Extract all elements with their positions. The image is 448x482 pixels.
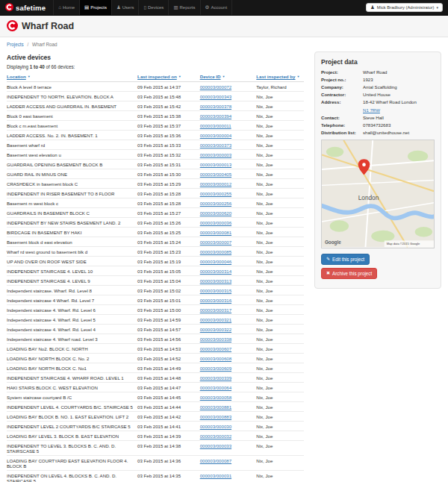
nav-item-users[interactable]: ♟Users [111,0,139,15]
device-id-link[interactable]: 000003/000608 [200,356,231,361]
device-id-cell: 000003/000343 [200,92,257,101]
device-id-cell: 000003/000032 [200,431,257,441]
column-sort-link[interactable]: Device ID [200,74,221,79]
device-id-link[interactable]: 000003/000339 [200,375,231,381]
device-id-link[interactable]: 000003/000046 [200,259,231,264]
device-id-cell: 000003/000085 [200,247,257,257]
device-row: INDEPENDENT ON LEVEL 4. BLOCKS B. C. AND… [7,471,304,482]
device-id-link[interactable]: 000003/000394 [200,113,231,119]
device-id-link[interactable]: 000003/000256 [200,201,231,206]
device-id-link[interactable]: 000003/000338 [200,337,231,342]
device-row: LADDER ACCESS. No. 2. IN. BASEMENT. 103 … [7,131,304,140]
device-last-inspected-by: Nix, Joe [256,422,304,431]
device-location: Basement block d east elevation [7,237,137,247]
edit-project-button[interactable]: ✎ Edit this project [321,254,370,265]
archive-project-button[interactable]: ✖ Archive this project [321,268,377,279]
field-label: Company: [321,84,363,90]
device-id-link[interactable]: 000003/000609 [200,366,231,371]
brand[interactable]: safetime [5,3,46,12]
device-last-inspected-on: 03 Feb 2015 at 15:26 [137,218,200,228]
nav-item-home[interactable]: ⌂Home [53,0,79,15]
device-row: CRASHDECK in basement block C03 Feb 2015… [7,179,304,189]
device-id-link[interactable]: 000003/000255 [200,191,231,196]
column-header: Last inspected on▼ [137,72,200,82]
device-id-link[interactable]: 000003/000316 [200,298,231,303]
device-row: Independent staircase 4. Wharf. Rd. Leve… [7,315,304,325]
device-id-link[interactable]: 000003/000058 [200,395,231,400]
nav-item-projects[interactable]: ▤Projects [79,0,111,15]
column-sort-link[interactable]: Last inspected on [137,74,177,79]
device-id-link[interactable]: 000003/000322 [200,327,231,332]
project-logo-icon [7,20,18,32]
device-id-cell: 000003/000007 [200,237,257,247]
device-location: INDEPENDENT TO LEVEL 3. BLOCKS B. C. AND… [7,441,137,456]
device-row: Independent staircase 4 Wharf. Rd. Level… [7,295,304,305]
device-id-link[interactable]: 000003/000030 [200,424,231,429]
device-last-inspected-on: 03 Feb 2015 at 14:57 [137,325,200,334]
project-field: Telephone:07834732683 [321,122,435,128]
device-id-link[interactable]: 000003/000085 [200,249,231,254]
device-row: Independent staircase 4. Wharf. Rd. Leve… [7,305,304,315]
project-field: Company:Antal Scaffolding [321,84,435,90]
device-id-link[interactable]: 000003/000012 [200,181,231,187]
device-id-link[interactable]: 000003/000881 [200,404,231,410]
device-location: INDEPENDENT STAIRCASE 4. LEVEL 10 [7,266,137,276]
device-id-link[interactable]: 000003/000011 [200,123,231,128]
device-id-link[interactable]: 000003/000032 [200,434,231,439]
main-content: Active devices Displaying 1 to 40 of 66 … [0,50,448,482]
device-id-link[interactable]: 000003/000081 [200,230,231,235]
user-menu-button[interactable]: ♟ Mick Bradbury (Administrator) ▾ [366,3,443,13]
device-id-link[interactable]: 000003/000405 [200,172,231,177]
device-location: LOADING BAY LEVEL 3. BLOCK B. EAST ELEVA… [7,431,137,441]
device-location: Independent staircase 4. Wharf. Rd. Leve… [7,315,137,325]
pencil-icon: ✎ [326,257,330,261]
device-id-link[interactable]: 000003/000087 [200,458,231,463]
device-last-inspected-on: 09 Feb 2015 at 14:37 [137,82,200,92]
column-sort-link[interactable]: Last inspected by [256,74,295,79]
device-id-link[interactable]: 000003/000064 [200,385,231,390]
device-last-inspected-on: 03 Feb 2015 at 14:41 [137,422,200,431]
device-last-inspected-by: Nix, Joe [256,189,304,198]
device-last-inspected-on: 03 Feb 2015 at 14:39 [137,431,200,441]
column-header: Location▼ [7,72,137,82]
breadcrumb-link-projects[interactable]: Projects [7,42,24,47]
field-value[interactable]: N1 7RW [363,107,435,113]
device-row: INDEPENDENT LEVEL 2 COURTYARDS B/C STAIR… [7,422,304,431]
device-id-link[interactable]: 000003/000031 [200,473,231,478]
device-row: LOADING BAY NORTH BLOCK C. No. 203 Feb 2… [7,354,304,363]
device-id-link[interactable]: 000003/000883 [200,414,231,419]
device-id-link[interactable]: 000003/000321 [200,317,231,322]
device-last-inspected-by: Nix, Joe [256,131,304,140]
device-id-link[interactable]: 000003/000373 [200,143,231,148]
device-location: Block c m.east basement [7,121,137,131]
column-sort-link[interactable]: Location [7,74,26,79]
breadcrumb-separator: / [28,42,29,47]
device-id-cell: 000003/000609 [200,363,257,373]
device-id-link[interactable]: 000003/000378 [200,104,231,109]
device-id-link[interactable]: 000003/000004 [200,133,231,138]
device-id-cell: 000003/000883 [200,412,257,422]
device-id-link[interactable]: 000003/000315 [200,288,231,293]
device-id-link[interactable]: 000003/000007 [200,240,231,245]
device-id-link[interactable]: 000003/000033 [200,443,231,448]
column-header: Last inspected by▼ [256,72,304,82]
device-id-link[interactable]: 000003/000013 [200,162,231,167]
device-row: Basement block d east elevation03 Feb 20… [7,237,304,247]
nav-item-devices[interactable]: ▯Devices [138,0,168,15]
device-id-link[interactable]: 000003/000072 [200,84,231,90]
device-id-link[interactable]: 000003/000620 [200,210,231,216]
device-id-link[interactable]: 000003/000036 [200,220,231,225]
device-id-link[interactable]: 000003/000314 [200,269,231,274]
device-last-inspected-on: 03 Feb 2015 at 15:28 [137,198,200,208]
device-last-inspected-on: 03 Feb 2015 at 15:27 [137,208,200,218]
nav-item-reports[interactable]: ▥Reports [168,0,199,15]
device-id-link[interactable]: 000003/000343 [200,94,231,99]
device-id-link[interactable]: 000003/000607 [200,346,231,351]
sort-arrow-icon: ▼ [223,75,225,78]
nav-item-account[interactable]: ⚙Account [200,0,233,15]
device-id-cell: 000003/000004 [200,131,257,140]
device-id-link[interactable]: 000003/000313 [200,278,231,284]
project-map[interactable]: London Google Map data ©2015 Google [321,140,435,248]
device-id-link[interactable]: 000003/000317 [200,307,231,313]
device-id-link[interactable]: 000003/000003 [200,152,231,157]
